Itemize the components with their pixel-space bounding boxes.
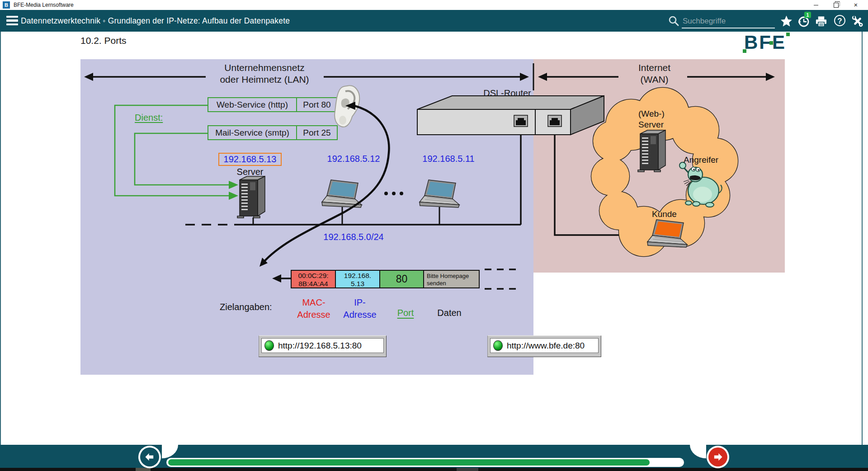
status-led-icon	[264, 340, 274, 351]
legend-port: Port	[392, 308, 420, 318]
back-button[interactable]	[138, 446, 161, 468]
wan-region	[533, 59, 785, 273]
client3-ip: 192.168.5.11	[417, 154, 480, 164]
notification-badge: 1	[804, 12, 811, 18]
app-header: Datennetzwerktechnik ◦ Grundlagen der IP…	[0, 10, 868, 32]
packet-ip-field: 192.168.5.13	[335, 270, 380, 288]
lan-title: Unternehmensnetz oder Heimnetz (LAN)	[194, 62, 335, 85]
favorites-star-icon[interactable]	[780, 15, 793, 28]
server-caption: Server	[218, 167, 282, 177]
search-bar	[668, 14, 775, 28]
wan-title: Internet (WAN)	[610, 62, 698, 85]
print-icon[interactable]	[815, 15, 827, 28]
legend-ip: IP-Adresse	[338, 297, 382, 321]
attacker-label: Angreifer	[684, 155, 718, 165]
application-window: B BFE-Media Lernsoftware × Datennetzwerk…	[0, 0, 868, 471]
web-service-name: Web-Service (http)	[208, 98, 296, 111]
window-right-border	[862, 32, 863, 445]
search-icon[interactable]	[668, 15, 680, 27]
history-icon[interactable]: 1	[797, 15, 811, 28]
page-title: 10.2. Ports	[80, 35, 127, 46]
breadcrumb: Datennetzwerktechnik ◦ Grundlagen der IP…	[21, 10, 290, 32]
url-box-internal[interactable]: http://192.168.5.13:80	[259, 335, 387, 357]
router-label: DSL-Router	[469, 88, 545, 99]
taskbar-edge	[0, 468, 868, 471]
forward-arrow-icon	[711, 450, 725, 464]
progress-fill	[168, 459, 650, 466]
url-external-text: http://www.bfe.de:80	[507, 341, 585, 351]
progress-bar	[166, 458, 684, 467]
window-title: BFE-Media Lernsoftware	[14, 0, 74, 10]
url-internal-text: http://192.168.5.13:80	[278, 341, 362, 351]
customer-label: Kunde	[652, 209, 677, 219]
window-left-border	[0, 32, 1, 445]
forward-button[interactable]	[707, 446, 729, 468]
url-box-external[interactable]: http://www.bfe.de:80	[487, 335, 601, 357]
packet-diagram: 00:0C:29:8B:4A:A4 192.168.5.13 80 Bitte …	[291, 270, 480, 288]
menu-icon[interactable]	[6, 16, 18, 25]
restore-button[interactable]	[826, 0, 846, 10]
packet-mac-field: 00:0C:29:8B:4A:A4	[291, 270, 336, 288]
app-icon: B	[3, 1, 10, 9]
client2-ip: 192.168.5.12	[322, 154, 385, 164]
legend-daten: Daten	[429, 308, 470, 318]
minimize-button[interactable]	[806, 0, 826, 10]
subnet-label: 192.168.5.0/24	[316, 232, 391, 242]
bfe-logo: BFE	[744, 34, 791, 56]
back-arrow-icon	[143, 450, 156, 464]
web-service-port: Port 80	[296, 98, 337, 111]
mail-service-port: Port 25	[296, 126, 337, 139]
mail-service-name: Mail-Service (smtp)	[208, 126, 296, 139]
packet-data-field: Bitte Homepagesenden	[423, 270, 480, 288]
search-input[interactable]	[682, 15, 775, 28]
window-title-bar: B BFE-Media Lernsoftware ×	[0, 0, 868, 10]
help-icon[interactable]: ?	[834, 15, 845, 26]
dienst-label: Dienst:	[135, 113, 163, 123]
settings-tools-icon[interactable]	[851, 15, 863, 28]
legend-caption: Zielangaben:	[220, 302, 272, 312]
packet-port-field: 80	[379, 270, 424, 288]
web-server-label: (Web-)Server	[638, 108, 665, 130]
web-service-box: Web-Service (http) Port 80	[208, 97, 338, 112]
status-led-icon	[493, 340, 503, 351]
legend-mac: MAC-Adresse	[292, 297, 336, 321]
mail-service-box: Mail-Service (smtp) Port 25	[208, 125, 338, 140]
close-button[interactable]: ×	[846, 0, 866, 10]
server-ip-highlighted: 192.168.5.13	[218, 153, 282, 166]
